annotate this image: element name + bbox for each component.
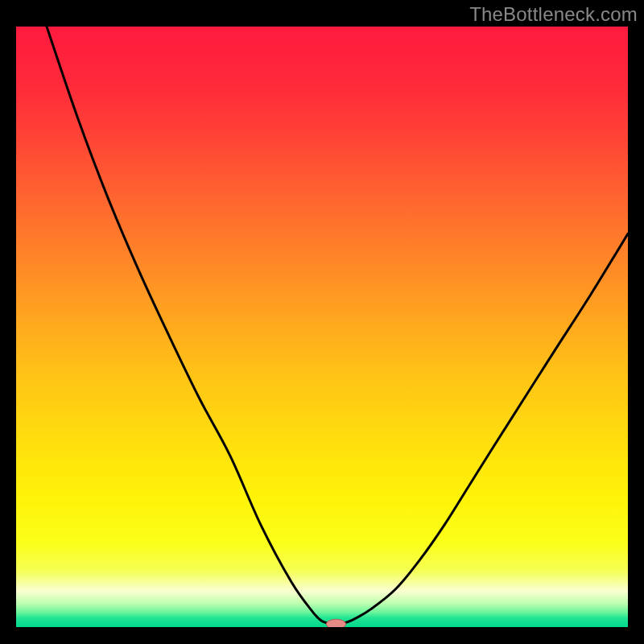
optimal-point-marker (326, 619, 345, 627)
chart-frame: TheBottleneck.com (0, 0, 644, 644)
gradient-background (16, 27, 628, 627)
plot-svg (16, 27, 628, 627)
watermark-text: TheBottleneck.com (469, 3, 638, 26)
plot-area (16, 27, 628, 627)
